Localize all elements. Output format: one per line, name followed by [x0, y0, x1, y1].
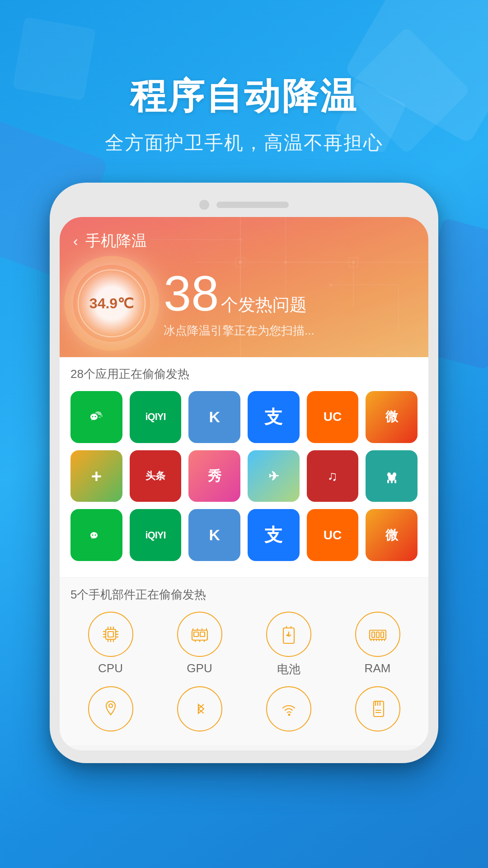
- app-nav: ‹ 手机降温: [73, 231, 415, 251]
- app-alipay-2[interactable]: 支: [248, 509, 300, 561]
- temperature-circle: 34.9℃: [73, 265, 150, 342]
- svg-rect-57: [372, 632, 375, 637]
- app-netease[interactable]: ♫: [307, 450, 359, 502]
- app-nav-title: 手机降温: [85, 231, 147, 251]
- apps-section-title: 28个应用正在偷偷发热: [70, 366, 418, 382]
- app-show[interactable]: 秀: [188, 450, 240, 502]
- phone-top-bar: [60, 195, 428, 217]
- components-section: 5个手机部件正在偷偷发热: [60, 577, 428, 745]
- ram-label: RAM: [365, 661, 391, 675]
- wifi-icon-circle: [266, 686, 311, 731]
- svg-rect-37: [108, 632, 113, 637]
- app-iqiyi-2[interactable]: iQIYI: [130, 509, 182, 561]
- app-toutiao[interactable]: 头条: [130, 450, 182, 502]
- sub-title: 全方面护卫手机，高温不再担心: [0, 130, 488, 156]
- components-section-title: 5个手机部件正在偷偷发热: [70, 587, 418, 603]
- heat-description: 冰点降温引擎正在为您扫描...: [164, 323, 415, 339]
- app-kuwo[interactable]: K: [188, 391, 240, 443]
- app-kuwo-2[interactable]: K: [188, 509, 240, 561]
- component-sd[interactable]: [338, 686, 418, 736]
- app-header: ‹ 手机降温 34.9℃ 38 个发热问题 冰点降温引擎正在为您扫描...: [60, 217, 428, 357]
- heat-label: 个发热问题: [221, 295, 307, 314]
- phone-screen: ‹ 手机降温 34.9℃ 38 个发热问题 冰点降温引擎正在为您扫描... 28…: [60, 217, 428, 750]
- svg-rect-58: [376, 632, 379, 637]
- apps-grid-row1: iQIYI K 支 UC 微: [70, 391, 418, 443]
- svg-point-9: [352, 261, 355, 264]
- app-hero-content: 34.9℃ 38 个发热问题 冰点降温引擎正在为您扫描...: [73, 265, 415, 342]
- app-wechat[interactable]: [70, 391, 122, 443]
- component-gpu[interactable]: GPU: [160, 612, 239, 677]
- app-maps[interactable]: ✈: [248, 450, 300, 502]
- header-area: 程序自动降温 全方面护卫手机，高温不再担心: [0, 0, 488, 156]
- apps-grid-row3: iQIYI K 支 UC 微: [70, 509, 418, 561]
- sd-icon-circle: [355, 686, 400, 731]
- component-battery[interactable]: 电池: [249, 612, 328, 677]
- ram-icon-circle: [355, 612, 400, 657]
- svg-point-8: [284, 261, 287, 264]
- app-weibo-2[interactable]: 微: [366, 509, 418, 561]
- phone-speaker: [216, 202, 289, 208]
- components-grid-row1: CPU: [70, 612, 418, 677]
- component-cpu[interactable]: CPU: [70, 612, 150, 677]
- app-wechat-2[interactable]: [70, 509, 122, 561]
- main-title: 程序自动降温: [0, 72, 488, 121]
- components-grid-row2: [70, 686, 418, 736]
- phone-camera: [199, 200, 209, 210]
- svg-rect-23: [394, 480, 396, 483]
- battery-label: 电池: [277, 661, 300, 677]
- phone-mockup: ‹ 手机降温 34.9℃ 38 个发热问题 冰点降温引擎正在为您扫描... 28…: [50, 183, 438, 763]
- svg-point-7: [239, 260, 242, 264]
- location-icon-circle: [88, 686, 133, 731]
- component-location[interactable]: [70, 686, 150, 736]
- svg-rect-39: [194, 632, 198, 637]
- component-bluetooth[interactable]: [160, 686, 239, 736]
- battery-icon-circle: [266, 612, 311, 657]
- heat-count: 38: [164, 265, 219, 321]
- component-wifi[interactable]: [249, 686, 328, 736]
- app-health[interactable]: +: [70, 450, 122, 502]
- svg-point-66: [109, 704, 113, 708]
- gpu-icon-circle: [177, 612, 222, 657]
- svg-rect-59: [381, 632, 384, 637]
- apps-grid-row2: + 头条 秀 ✈ ♫: [70, 450, 418, 502]
- app-iqiyi[interactable]: iQIYI: [130, 391, 182, 443]
- cpu-label: CPU: [98, 661, 123, 675]
- svg-point-68: [288, 714, 290, 716]
- back-button[interactable]: ‹: [73, 233, 78, 250]
- app-uc-2[interactable]: UC: [307, 509, 359, 561]
- app-alipay[interactable]: 支: [248, 391, 300, 443]
- component-ram[interactable]: RAM: [338, 612, 418, 677]
- svg-point-19: [387, 472, 391, 477]
- phone-outer-shell: ‹ 手机降温 34.9℃ 38 个发热问题 冰点降温引擎正在为您扫描... 28…: [50, 183, 438, 763]
- svg-rect-24: [106, 629, 116, 639]
- cpu-icon-circle: [88, 612, 133, 657]
- app-weibo[interactable]: 微: [366, 391, 418, 443]
- app-camel[interactable]: [366, 450, 418, 502]
- app-uc[interactable]: UC: [307, 391, 359, 443]
- heat-info: 38 个发热问题 冰点降温引擎正在为您扫描...: [164, 269, 415, 339]
- svg-rect-40: [200, 632, 205, 637]
- gpu-label: GPU: [187, 661, 212, 675]
- apps-section: 28个应用正在偷偷发热 iQIYI K 支 UC 微: [60, 357, 428, 577]
- temperature-value: 34.9℃: [89, 295, 134, 312]
- svg-rect-22: [391, 480, 393, 483]
- bluetooth-icon-circle: [177, 686, 222, 731]
- svg-point-20: [393, 472, 396, 477]
- svg-rect-21: [387, 480, 389, 483]
